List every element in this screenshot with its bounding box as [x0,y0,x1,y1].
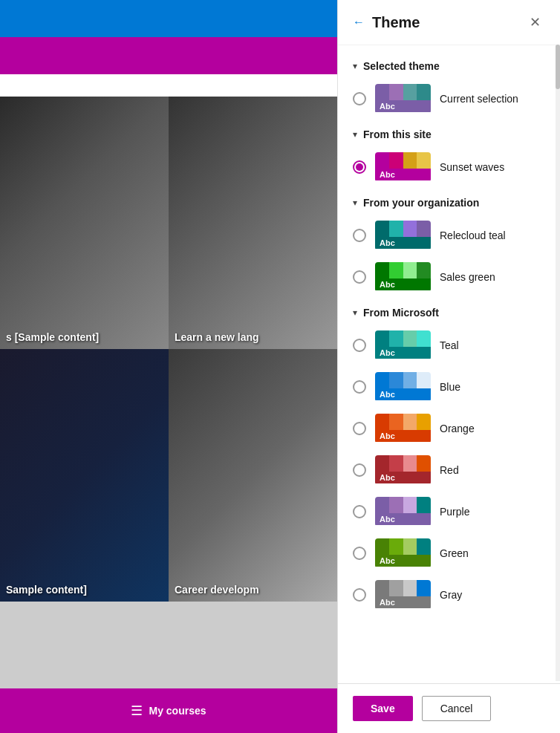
my-courses-icon: ☰ [131,703,143,719]
radio-sunset[interactable] [353,160,366,174]
section-title-site: From this site [363,128,432,140]
swatch-orange: Abc [375,414,431,443]
swatch-blocks-red [375,455,431,472]
swatch-blocks-orange [375,414,431,430]
radio-blue[interactable] [353,380,366,394]
radio-teal[interactable] [353,339,366,352]
back-button[interactable]: ← [353,16,365,29]
swatch-red: Abc [375,455,431,485]
theme-name-sales-green: Sales green [440,271,495,283]
theme-name-purple: Purple [440,506,469,518]
section-title-selected: Selected theme [363,60,440,72]
theme-name-gray: Gray [440,589,462,601]
grid-item-4: Career developm [169,349,337,602]
swatch-blue: Abc [375,372,431,402]
swatch-blocks-green [375,538,431,555]
swatch-label-orange: Abc [375,430,431,442]
theme-option-relecloud[interactable]: Abc Relecloud teal [338,215,560,256]
swatch-blocks-blue [375,372,431,388]
section-header-site: ▾ From this site [338,120,560,146]
grid-bg-2: Learn a new lang [169,97,337,349]
grid-item-1: s [Sample content] [0,97,169,349]
section-title-microsoft: From Microsoft [363,307,439,319]
white-bar [0,74,337,97]
theme-name-orange: Orange [440,423,475,434]
swatch-label-current: Abc [375,100,431,112]
theme-option-green[interactable]: Abc Green [338,532,560,574]
swatch-blocks-current [375,84,431,100]
swatch-blocks-relecloud [375,221,431,237]
main-content: s [Sample content] Learn a new lang Samp… [0,0,337,733]
save-button[interactable]: Save [353,696,413,721]
swatch-blocks-sales-green [375,262,431,278]
theme-option-orange[interactable]: Abc Orange [338,408,560,449]
theme-name-green: Green [440,547,469,559]
swatch-blocks-teal [375,330,431,347]
swatch-blocks-sunset [375,152,431,169]
section-title-org: From your organization [363,197,479,209]
swatch-blocks-gray [375,580,431,596]
theme-name-sunset: Sunset waves [440,161,504,173]
section-header-org: ▾ From your organization [338,188,560,215]
chevron-down-icon-selected: ▾ [353,61,357,71]
grid-bg-4: Career developm [169,349,337,602]
theme-option-current[interactable]: Abc Current selection [338,78,560,120]
swatch-label-red: Abc [375,472,431,483]
theme-option-teal[interactable]: Abc Teal [338,325,560,366]
swatch-label-relecloud: Abc [375,237,431,249]
swatch-label-green: Abc [375,555,431,567]
swatch-label-gray: Abc [375,596,431,608]
bottom-bar: ☰ My courses [0,688,337,733]
theme-name-relecloud: Relecloud teal [440,229,506,241]
cancel-button[interactable]: Cancel [422,696,492,721]
panel-title: Theme [372,14,420,31]
scrollbar-track[interactable] [556,45,560,681]
panel-header: ← Theme ✕ [338,0,560,45]
grid-bg-1: s [Sample content] [0,97,169,349]
radio-red[interactable] [353,463,366,477]
close-button[interactable]: ✕ [524,12,545,33]
theme-option-gray[interactable]: Abc Gray [338,574,560,616]
theme-option-blue[interactable]: Abc Blue [338,366,560,408]
swatch-sunset: Abc [375,152,431,182]
swatch-label-teal: Abc [375,347,431,359]
grid-bg-3: Sample content] [0,349,169,602]
theme-option-sunset[interactable]: Abc Sunset waves [338,146,560,188]
grid-label-3: Sample content] [0,578,169,602]
scrollbar-thumb[interactable] [556,45,560,89]
section-header-microsoft: ▾ From Microsoft [338,298,560,325]
grid-label-2: Learn a new lang [169,325,337,349]
swatch-teal: Abc [375,330,431,360]
radio-current[interactable] [353,92,366,105]
grid-label-1: s [Sample content] [0,325,169,349]
swatch-blocks-purple [375,497,431,513]
theme-name-teal: Teal [440,339,459,351]
radio-purple[interactable] [353,505,366,518]
radio-green[interactable] [353,547,366,560]
swatch-label-sunset: Abc [375,169,431,180]
theme-panel: ← Theme ✕ ▾ Selected theme Abc Current s… [337,0,560,733]
radio-gray[interactable] [353,588,366,602]
radio-orange[interactable] [353,422,366,435]
panel-body: ▾ Selected theme Abc Current selection ▾… [338,45,560,683]
pink-bar [0,37,337,74]
grid-item-2: Learn a new lang [169,97,337,349]
section-header-selected: ▾ Selected theme [338,51,560,78]
theme-option-red[interactable]: Abc Red [338,449,560,491]
image-grid: s [Sample content] Learn a new lang Samp… [0,97,337,602]
radio-relecloud[interactable] [353,229,366,242]
theme-name-blue: Blue [440,381,460,393]
swatch-purple: Abc [375,497,431,527]
grid-label-4: Career developm [169,578,337,602]
grid-item-3: Sample content] [0,349,169,602]
swatch-gray: Abc [375,580,431,610]
panel-footer: Save Cancel [338,683,560,733]
swatch-label-blue: Abc [375,388,431,400]
chevron-down-icon-site: ▾ [353,129,357,140]
swatch-label-purple: Abc [375,513,431,525]
top-bar [0,0,337,37]
theme-option-sales-green[interactable]: Abc Sales green [338,256,560,298]
swatch-sales-green: Abc [375,262,431,292]
radio-sales-green[interactable] [353,270,366,284]
theme-option-purple[interactable]: Abc Purple [338,491,560,532]
